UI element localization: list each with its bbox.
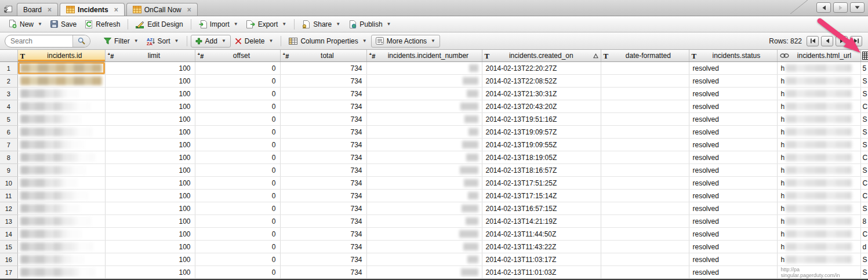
- cell-status[interactable]: resolved: [689, 253, 777, 266]
- cell-limit[interactable]: 100: [105, 88, 195, 100]
- cell-incident-number[interactable]: [366, 151, 482, 164]
- cell-incident-number[interactable]: [366, 241, 482, 253]
- row-number[interactable]: 6: [0, 126, 17, 139]
- row-number[interactable]: 15: [0, 241, 17, 253]
- cell-html-url[interactable]: h: [777, 126, 860, 139]
- cell-created-on[interactable]: 2014-02-13T18:19:05Z: [482, 151, 601, 164]
- cell-html-url[interactable]: h: [777, 151, 860, 164]
- cell-created-on[interactable]: 2014-02-13T22:08:52Z: [482, 75, 601, 88]
- cell-offset[interactable]: 0: [195, 241, 280, 253]
- cell-incident-number[interactable]: [366, 215, 482, 228]
- cell-incident-number[interactable]: [366, 100, 482, 113]
- row-number[interactable]: 11: [0, 190, 17, 202]
- cell-limit[interactable]: 100: [105, 202, 195, 215]
- cell-incidents-id[interactable]: [17, 139, 105, 151]
- cell-limit[interactable]: 100: [105, 241, 195, 253]
- cell-incident-number[interactable]: [366, 202, 482, 215]
- row-number[interactable]: 10: [0, 177, 17, 190]
- column-header-incidents.status[interactable]: Tincidents.status: [689, 50, 777, 62]
- cell-incidents-id[interactable]: [17, 266, 105, 279]
- cell-offset[interactable]: 0: [195, 164, 280, 177]
- cell-total[interactable]: 734: [280, 139, 366, 151]
- cell-next-column-clipped[interactable]: S: [860, 75, 868, 88]
- cell-status[interactable]: resolved: [689, 100, 777, 113]
- cell-next-column-clipped[interactable]: S: [860, 113, 868, 126]
- cell-incident-number[interactable]: [366, 228, 482, 241]
- cell-limit[interactable]: 100: [105, 190, 195, 202]
- cell-offset[interactable]: 0: [195, 75, 280, 88]
- row-number[interactable]: 5: [0, 113, 17, 126]
- cell-incident-number[interactable]: [366, 266, 482, 279]
- cell-date-formatted[interactable]: [601, 241, 689, 253]
- cell-status[interactable]: resolved: [689, 126, 777, 139]
- save-button[interactable]: Save: [46, 19, 81, 30]
- cell-total[interactable]: 734: [280, 151, 366, 164]
- pagination-prev-button[interactable]: [821, 36, 833, 46]
- cell-offset[interactable]: 0: [195, 253, 280, 266]
- row-number[interactable]: 1: [0, 62, 17, 75]
- cell-date-formatted[interactable]: [601, 228, 689, 241]
- cell-date-formatted[interactable]: [601, 253, 689, 266]
- cell-next-column-clipped[interactable]: C: [860, 151, 868, 164]
- column-properties-button[interactable]: Column Properties▼: [285, 35, 371, 47]
- cell-limit[interactable]: 100: [105, 164, 195, 177]
- cell-limit[interactable]: 100: [105, 139, 195, 151]
- cell-created-on[interactable]: 2014-02-13T22:20:27Z: [482, 62, 601, 75]
- cell-created-on[interactable]: 2014-02-13T20:43:20Z: [482, 100, 601, 113]
- pagination-first-button[interactable]: [807, 36, 819, 46]
- cell-status[interactable]: resolved: [689, 151, 777, 164]
- cell-incident-number[interactable]: [366, 75, 482, 88]
- grid-view-icon[interactable]: [862, 52, 868, 60]
- cell-html-url[interactable]: h: [777, 177, 860, 190]
- row-number[interactable]: 9: [0, 164, 17, 177]
- cell-total[interactable]: 734: [280, 266, 366, 279]
- cell-date-formatted[interactable]: [601, 75, 689, 88]
- cell-html-url[interactable]: http://pasingular.pagerduty.com/in: [777, 266, 860, 279]
- cell-created-on[interactable]: 2014-02-13T17:15:14Z: [482, 190, 601, 202]
- cell-total[interactable]: 734: [280, 215, 366, 228]
- column-header-total[interactable]: +#total: [280, 50, 366, 62]
- cell-date-formatted[interactable]: [601, 139, 689, 151]
- cell-date-formatted[interactable]: [601, 215, 689, 228]
- cell-incident-number[interactable]: [366, 126, 482, 139]
- cell-limit[interactable]: 100: [105, 266, 195, 279]
- cell-incident-number[interactable]: [366, 62, 482, 75]
- cell-incidents-id[interactable]: [17, 202, 105, 215]
- row-number[interactable]: 17: [0, 266, 17, 279]
- new-button[interactable]: New▼: [5, 18, 46, 30]
- cell-status[interactable]: resolved: [689, 113, 777, 126]
- cell-created-on[interactable]: 2014-02-13T19:51:16Z: [482, 113, 601, 126]
- cell-incidents-id[interactable]: [17, 177, 105, 190]
- cell-incident-number[interactable]: [366, 113, 482, 126]
- cell-offset[interactable]: 0: [195, 228, 280, 241]
- cell-incidents-id[interactable]: [17, 88, 105, 100]
- cell-offset[interactable]: 0: [195, 88, 280, 100]
- cell-created-on[interactable]: 2014-02-13T18:16:57Z: [482, 164, 601, 177]
- cell-created-on[interactable]: 2014-02-13T11:01:03Z: [482, 266, 601, 279]
- cell-status[interactable]: resolved: [689, 139, 777, 151]
- cell-offset[interactable]: 0: [195, 151, 280, 164]
- cell-next-column-clipped[interactable]: S: [860, 202, 868, 215]
- popout-icon[interactable]: [3, 5, 13, 13]
- cell-html-url[interactable]: h: [777, 215, 860, 228]
- cell-created-on[interactable]: 2014-02-13T21:30:31Z: [482, 88, 601, 100]
- cell-incidents-id[interactable]: [17, 241, 105, 253]
- cell-next-column-clipped[interactable]: S: [860, 126, 868, 139]
- column-header-edge[interactable]: [860, 50, 868, 62]
- column-header-date-formatted[interactable]: Tdate-formatted: [601, 50, 689, 62]
- delete-button[interactable]: Delete▼: [231, 35, 278, 47]
- close-icon[interactable]: ×: [114, 6, 118, 14]
- row-number[interactable]: 13: [0, 215, 17, 228]
- cell-incidents-id[interactable]: [17, 75, 105, 88]
- cell-incident-number[interactable]: [366, 164, 482, 177]
- cell-created-on[interactable]: 2014-02-13T14:21:19Z: [482, 215, 601, 228]
- cell-status[interactable]: resolved: [689, 215, 777, 228]
- cell-offset[interactable]: 0: [195, 215, 280, 228]
- cell-date-formatted[interactable]: [601, 266, 689, 279]
- cell-date-formatted[interactable]: [601, 126, 689, 139]
- cell-incidents-id[interactable]: [17, 215, 105, 228]
- tab-oncall-now[interactable]: OnCall Now ×: [126, 3, 198, 16]
- tab-board[interactable]: Board ×: [17, 3, 58, 16]
- cell-date-formatted[interactable]: [601, 88, 689, 100]
- cell-incident-number[interactable]: [366, 177, 482, 190]
